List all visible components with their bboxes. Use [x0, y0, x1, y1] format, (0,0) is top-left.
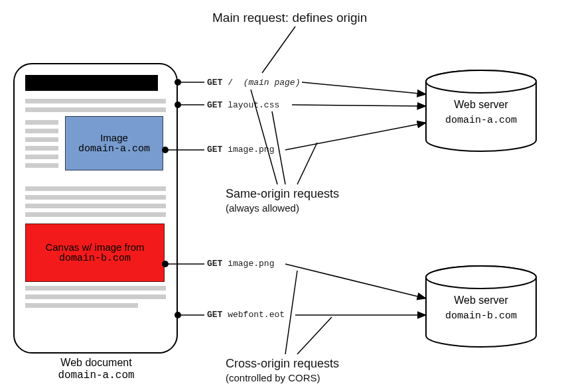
- embedded-canvas: Canvas w/ image from domain-b.com: [25, 224, 165, 282]
- svg-line-18: [297, 317, 332, 354]
- request-css: GET layout.css: [207, 100, 279, 110]
- svg-line-10: [302, 82, 426, 94]
- cylinder-icon: [425, 70, 537, 152]
- web-document: Image domain-a.com Canvas w/ image from …: [13, 63, 178, 354]
- heading-same-origin: Same-origin requests (always allowed): [226, 187, 339, 214]
- dot-canvas: [162, 261, 169, 267]
- dot-main: [175, 79, 181, 86]
- server-a-label: Web server: [425, 99, 537, 111]
- svg-line-12: [285, 123, 426, 150]
- request-font: GET webfont.eot: [207, 310, 285, 320]
- svg-point-1: [426, 70, 536, 93]
- dot-css: [175, 101, 181, 108]
- server-a-domain: domain-a.com: [425, 115, 537, 126]
- request-image-a: GET image.png: [207, 145, 274, 155]
- document-caption: Web document domain-a.com: [20, 357, 173, 381]
- canvas-domain: domain-b.com: [59, 253, 131, 264]
- image-label: Image: [100, 132, 128, 143]
- cylinder-icon: [425, 265, 537, 348]
- svg-line-4: [262, 27, 295, 73]
- svg-line-13: [285, 264, 426, 298]
- dot-font: [175, 312, 181, 318]
- server-b-label: Web server: [425, 294, 537, 306]
- svg-point-3: [426, 266, 536, 289]
- request-image-b: GET image.png: [207, 259, 274, 269]
- image-domain: domain-a.com: [78, 143, 150, 155]
- canvas-label: Canvas w/ image from: [45, 241, 144, 253]
- server-b: Web server domain-b.com: [425, 265, 537, 348]
- heading-cross-origin: Cross-origin requests (controlled by COR…: [226, 357, 339, 383]
- request-main: GET / (main page): [207, 78, 300, 88]
- server-a: Web server domain-a.com: [425, 70, 537, 152]
- svg-line-19: [285, 271, 297, 354]
- server-b-domain: domain-b.com: [425, 310, 537, 322]
- document-title-bar: [25, 75, 158, 91]
- heading-main-request: Main request: defines origin: [212, 11, 367, 25]
- dot-image: [162, 147, 169, 153]
- embedded-image: Image domain-a.com: [65, 116, 163, 170]
- svg-line-15: [297, 143, 317, 184]
- svg-line-11: [292, 105, 426, 106]
